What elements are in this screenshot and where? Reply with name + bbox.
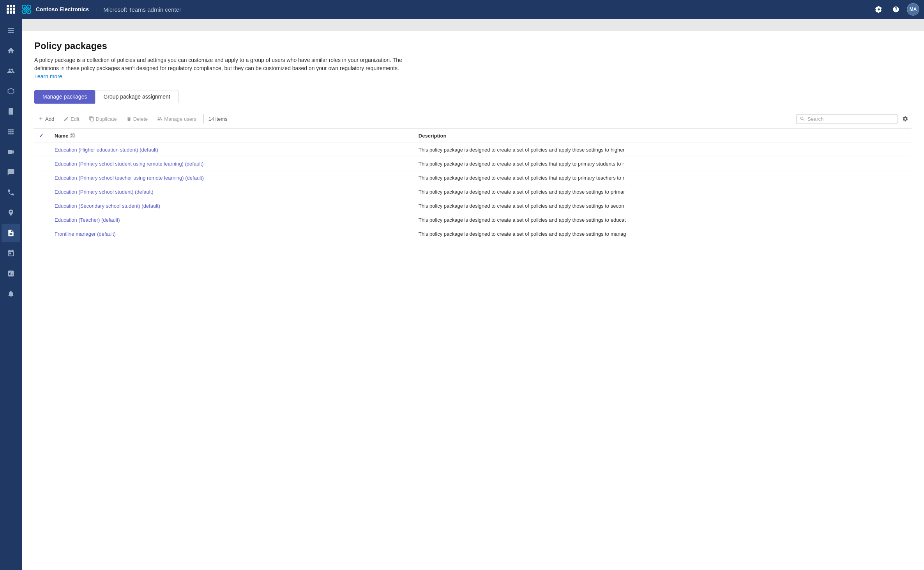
row-name[interactable]: Frontline manager (default) — [50, 227, 414, 241]
header-check: ✓ — [39, 132, 44, 139]
row-description: This policy package is designed to creat… — [414, 213, 912, 227]
svg-rect-6 — [8, 28, 14, 29]
content-area: Policy packages A policy package is a co… — [22, 19, 924, 570]
sidebar-item-planning[interactable] — [2, 244, 20, 263]
row-checkbox[interactable] — [34, 185, 50, 199]
sidebar-item-analytics[interactable] — [2, 264, 20, 283]
page-content: Policy packages A policy package is a co… — [22, 31, 924, 570]
row-name[interactable]: Education (Secondary school student) (de… — [50, 199, 414, 213]
packages-table: ✓ Name ⓘ Description — [34, 129, 912, 241]
learn-more-link[interactable]: Learn more — [34, 73, 62, 79]
manage-users-button[interactable]: Manage users — [153, 114, 200, 124]
row-checkbox[interactable] — [34, 157, 50, 171]
row-description: This policy package is designed to creat… — [414, 199, 912, 213]
sidebar-item-teams[interactable] — [2, 82, 20, 101]
row-name[interactable]: Education (Higher education student) (de… — [50, 143, 414, 157]
sidebar-item-apps[interactable] — [2, 122, 20, 141]
sidebar-item-messaging[interactable] — [2, 163, 20, 182]
app-name: Microsoft Teams admin center — [97, 6, 181, 13]
row-description: This policy package is designed to creat… — [414, 157, 912, 171]
th-name: Name ⓘ — [50, 129, 414, 143]
table-row: Education (Primary school student using … — [34, 157, 912, 171]
delete-icon — [126, 116, 132, 122]
add-icon — [38, 116, 44, 122]
top-nav-actions: MA — [873, 3, 919, 16]
sidebar-item-meetings[interactable] — [2, 143, 20, 161]
sidebar-item-home[interactable] — [2, 41, 20, 60]
edit-button[interactable]: Edit — [60, 114, 83, 124]
tab-group-package-assignment[interactable]: Group package assignment — [95, 90, 178, 103]
row-description: This policy package is designed to creat… — [414, 171, 912, 185]
table-row: Education (Higher education student) (de… — [34, 143, 912, 157]
org-logo: Contoso Electronics — [20, 3, 89, 16]
toolbar: Add Edit Duplicate Delete Manage users — [34, 109, 912, 129]
row-checkbox[interactable] — [34, 171, 50, 185]
sidebar-item-locations[interactable] — [2, 203, 20, 222]
table-row: Education (Primary school student) (defa… — [34, 185, 912, 199]
row-description: This policy package is designed to creat… — [414, 227, 912, 241]
duplicate-icon — [89, 116, 94, 122]
row-name[interactable]: Education (Primary school student) (defa… — [50, 185, 414, 199]
search-icon — [800, 116, 805, 122]
page-header-bar — [22, 19, 924, 31]
search-box[interactable] — [796, 114, 897, 124]
svg-rect-8 — [8, 32, 14, 33]
name-info-icon[interactable]: ⓘ — [70, 133, 75, 138]
table-settings-button[interactable] — [899, 113, 912, 125]
item-count: 14 items — [208, 116, 228, 122]
search-input[interactable] — [807, 116, 894, 122]
table-row: Education (Secondary school student) (de… — [34, 199, 912, 213]
org-name: Contoso Electronics — [36, 6, 89, 12]
delete-button[interactable]: Delete — [122, 114, 152, 124]
svg-rect-7 — [8, 30, 14, 31]
row-name[interactable]: Education (Primary school teacher using … — [50, 171, 414, 185]
row-name[interactable]: Education (Primary school student using … — [50, 157, 414, 171]
sidebar — [0, 19, 22, 570]
page-description: A policy package is a collection of poli… — [34, 56, 408, 81]
user-avatar[interactable]: MA — [907, 3, 919, 16]
table-header-row: ✓ Name ⓘ Description — [34, 129, 912, 143]
sidebar-item-menu[interactable] — [2, 21, 20, 40]
row-checkbox[interactable] — [34, 227, 50, 241]
sidebar-item-devices[interactable] — [2, 102, 20, 121]
table-row: Frontline manager (default) This policy … — [34, 227, 912, 241]
row-checkbox[interactable] — [34, 143, 50, 157]
row-description: This policy package is designed to creat… — [414, 185, 912, 199]
add-button[interactable]: Add — [34, 114, 58, 124]
tab-bar: Manage packages Group package assignment — [34, 90, 912, 103]
row-checkbox[interactable] — [34, 213, 50, 227]
row-checkbox[interactable] — [34, 199, 50, 213]
sidebar-item-notifications[interactable] — [2, 284, 20, 303]
row-description: This policy package is designed to creat… — [414, 143, 912, 157]
edit-icon — [64, 116, 69, 122]
top-navigation: Contoso Electronics Microsoft Teams admi… — [0, 0, 924, 19]
settings-icon-button[interactable] — [873, 3, 885, 16]
th-checkbox: ✓ — [34, 129, 50, 143]
help-icon-button[interactable] — [890, 3, 902, 16]
manage-users-icon — [157, 116, 163, 122]
th-description: Description — [414, 129, 912, 143]
sidebar-item-users[interactable] — [2, 62, 20, 80]
sidebar-item-voice[interactable] — [2, 183, 20, 202]
table-row: Education (Teacher) (default) This polic… — [34, 213, 912, 227]
app-launcher-button[interactable] — [5, 3, 17, 16]
toolbar-separator — [203, 114, 204, 124]
tab-manage-packages[interactable]: Manage packages — [34, 90, 95, 103]
row-name[interactable]: Education (Teacher) (default) — [50, 213, 414, 227]
page-title: Policy packages — [34, 41, 912, 51]
sidebar-item-policy[interactable] — [2, 224, 20, 242]
duplicate-button[interactable]: Duplicate — [85, 114, 121, 124]
table-row: Education (Primary school teacher using … — [34, 171, 912, 185]
